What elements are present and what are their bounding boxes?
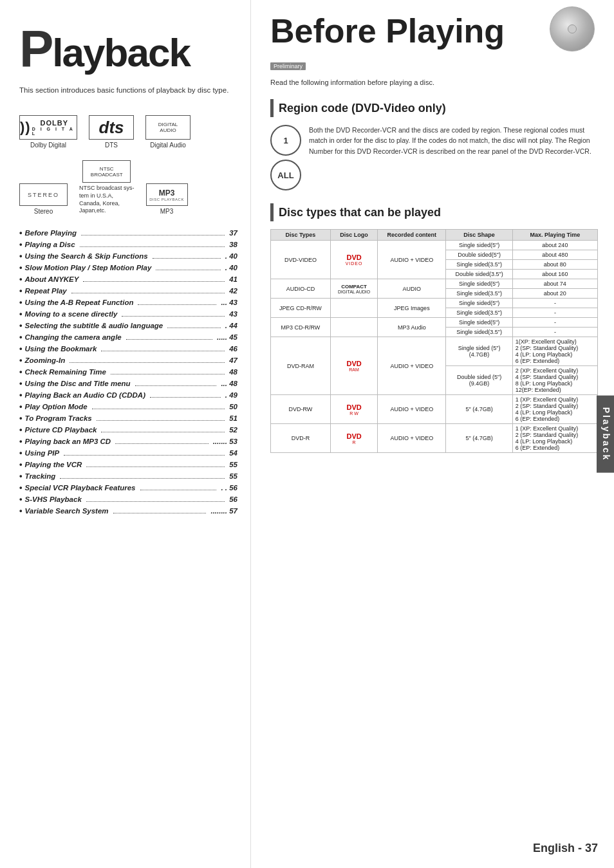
- toc-text: Playing a Disc: [25, 241, 75, 248]
- toc-list: Before Playing37 Playing a Disc38 Using …: [19, 228, 237, 515]
- toc-text: About ANYKEY: [25, 275, 79, 283]
- ntsc-logo-box: NTSCBROADCAST NTSC broadcast sys-tem in …: [79, 160, 135, 215]
- toc-item: Selecting the subtitle & audio language.…: [19, 320, 237, 330]
- toc-item: Tracking55: [19, 471, 237, 481]
- toc-page: ..... 45: [217, 333, 237, 341]
- toc-page: . 40: [225, 252, 237, 260]
- toc-dots: [156, 270, 220, 270]
- stereo-logo: STEREO: [19, 183, 68, 206]
- disc-time: 2 (XP: Excellent Quality)4 (SP: Standard…: [512, 366, 597, 395]
- disc-shape: Double sided(3.5"): [446, 270, 512, 279]
- toc-dots: [113, 513, 207, 513]
- disc-type-dvd-rw: DVD-RW: [271, 395, 331, 424]
- disc-section-title: Disc types that can be played: [279, 206, 441, 219]
- toc-dots: [135, 385, 217, 386]
- disc-time: about 74: [512, 279, 597, 289]
- disc-shape: Single sided(3.5"): [446, 328, 512, 337]
- toc-text: Zooming-In: [25, 356, 66, 364]
- toc-page: 47: [229, 356, 237, 364]
- region-section-header: Region code (DVD-Video only): [270, 99, 598, 117]
- toc-dots: [111, 374, 225, 374]
- region-icon-1: 1: [270, 125, 301, 156]
- toc-text: Before Playing: [25, 229, 77, 237]
- disc-logo-audio-cd: COMPACT DIGITAL AUDIO: [330, 279, 377, 299]
- toc-text: Using PIP: [25, 449, 60, 457]
- disc-shape: Single sided(3.5"): [446, 308, 512, 318]
- disc-shape: Single sided (5")(4.7GB): [446, 337, 512, 366]
- toc-item: Using the A-B Repeat Function... 43: [19, 297, 237, 307]
- disc-logo-dvd-rw: DVD R W: [330, 395, 377, 424]
- disc-time: 1 (XP: Excellent Quality)2 (SP: Standard…: [512, 424, 597, 453]
- section-bar-2: [270, 203, 274, 221]
- toc-page: 56: [229, 495, 237, 503]
- title-p-letter: P: [19, 20, 52, 77]
- disc-time: -: [512, 328, 597, 337]
- toc-text: Picture CD Playback: [25, 426, 97, 434]
- toc-text: Variable Search System: [25, 507, 109, 515]
- toc-page: ... 43: [221, 299, 237, 306]
- title-rest: layback: [52, 30, 190, 75]
- disc-shape: Single sided(5"): [446, 299, 512, 308]
- toc-text: Using the Disc and Title menu: [25, 380, 131, 387]
- section-title: Playback: [19, 19, 237, 78]
- cd-circle: [550, 6, 595, 51]
- toc-page: 42: [229, 287, 237, 295]
- toc-item: Playing a Disc38: [19, 239, 237, 249]
- disc-type-audio-cd: AUDIO-CD: [271, 279, 331, 299]
- toc-dots: [83, 281, 225, 282]
- table-row: AUDIO-CD COMPACT DIGITAL AUDIO AUDIO Sin…: [271, 279, 598, 289]
- toc-item: S-VHS Playback56: [19, 494, 237, 504]
- col-disc-types: Disc Types: [271, 230, 331, 241]
- toc-page: 43: [229, 310, 237, 318]
- disc-time: -: [512, 308, 597, 318]
- disc-section-header: Disc types that can be played: [270, 203, 598, 221]
- dts-label: DTS: [105, 142, 118, 149]
- dolby-label: Dolby Digital: [30, 142, 66, 149]
- toc-text: Playing the VCR: [25, 461, 82, 468]
- toc-page: . 49: [225, 391, 237, 399]
- section-intro: This section introduces basic functions …: [19, 85, 237, 96]
- toc-item: Zooming-In47: [19, 355, 237, 365]
- disc-logo-dvd-ram: DVD RAM: [330, 337, 377, 395]
- toc-text: To Program Tracks: [25, 414, 92, 422]
- toc-page: . 44: [225, 322, 237, 329]
- toc-page: . 40: [225, 264, 237, 272]
- toc-page: 50: [229, 403, 237, 411]
- disc-shape: 5" (4.7GB): [446, 424, 512, 453]
- disc-time: about 160: [512, 270, 597, 279]
- toc-item: Using the Bookmark46: [19, 344, 237, 353]
- disc-time: 1 (XP: Excellent Quality)2 (SP: Standard…: [512, 395, 597, 424]
- toc-text: Using the Bookmark: [25, 345, 97, 353]
- disc-type-dvd-video: DVD-VIDEO: [271, 241, 331, 279]
- toc-dots: [97, 420, 225, 421]
- disc-content-dvd-video: AUDIO + VIDEO: [378, 241, 446, 279]
- disc-shape: Single sided(5"): [446, 241, 512, 250]
- toc-dots: [70, 362, 225, 363]
- dolby-logo: )) DOLBY D I G I T A L: [19, 115, 77, 140]
- region-icons: 1 ALL: [270, 125, 301, 190]
- cd-inner: [568, 24, 577, 33]
- toc-page: 52: [229, 426, 237, 434]
- toc-text: Using the Search & Skip Functions: [25, 252, 148, 260]
- table-row: JPEG CD-R/RW JPEG Images Single sided(5"…: [271, 299, 598, 308]
- ntsc-text: NTSCBROADCAST: [89, 165, 124, 179]
- toc-text: Check Remaining Time: [25, 368, 106, 376]
- table-row: MP3 CD-R/RW MP3 Audio Single sided(5") -: [271, 318, 598, 328]
- disc-shape: Double sided(5"): [446, 250, 512, 260]
- toc-page: ... 48: [221, 380, 237, 387]
- toc-item: Playing Back an Audio CD (CDDA). 49: [19, 390, 237, 400]
- mp3-label: MP3: [160, 208, 174, 215]
- toc-item: Playing back an MP3 CD....... 53: [19, 436, 237, 446]
- disc-logo-mp3: [330, 318, 377, 337]
- toc-item: Play Option Mode50: [19, 402, 237, 411]
- toc-text: Playing back an MP3 CD: [25, 438, 111, 445]
- toc-item: Using the Disc and Title menu... 48: [19, 378, 237, 388]
- disc-content-dvd-r: AUDIO + VIDEO: [378, 424, 446, 453]
- disc-type-dvd-ram: DVD-RAM: [271, 337, 331, 395]
- stereo-logo-box: STEREO Stereo: [19, 183, 68, 215]
- mp3-logo: MP3 DISC PLAYBACK: [146, 183, 188, 206]
- cd-decoration: [550, 6, 595, 51]
- toc-item: Check Remaining Time48: [19, 367, 237, 376]
- table-row: DVD-RAM DVD RAM AUDIO + VIDEO Single sid…: [271, 337, 598, 366]
- toc-dots: [140, 490, 217, 490]
